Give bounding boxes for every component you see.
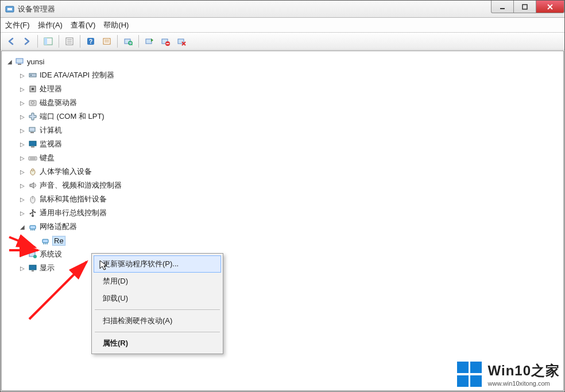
device-manager-window: 设备管理器 文件(F) 操作(A) 查看(V) 帮助(H) ? [0,0,565,392]
help-button[interactable]: ? [84,34,98,48]
context-menu-item-label: 属性(R) [103,339,128,347]
expander-icon[interactable]: ▷ [19,209,26,216]
menu-view[interactable]: 查看(V) [71,20,95,30]
tree-item[interactable]: ▷鼠标和其他指针设备 [19,192,561,206]
toolbar-separator [37,35,38,48]
expander-icon[interactable]: ▷ [19,196,26,203]
svg-rect-38 [31,146,34,148]
back-button[interactable] [4,34,18,48]
expander-icon[interactable]: ▷ [19,182,26,189]
tree-item-label: 监视器 [40,139,62,149]
expander-icon[interactable]: ▷ [19,265,26,271]
tree-item[interactable]: ▷通用串行总线控制器 [19,206,561,220]
svg-rect-29 [29,73,36,77]
menubar: 文件(F) 操作(A) 查看(V) 帮助(H) [1,18,564,33]
tree-item-label: 处理器 [40,84,62,94]
maximize-button[interactable] [513,1,536,13]
window-controls [492,1,564,17]
expander-icon[interactable]: ▷ [19,251,26,258]
titlebar: 设备管理器 [1,1,564,18]
window-title: 设备管理器 [18,4,492,14]
properties-button[interactable] [63,34,76,48]
tree-item-label: 通用串行总线控制器 [40,208,107,218]
device-tree[interactable]: ◢ yunsi ▷IDE ATA/ATAPI 控制器▷处理器▷磁盘驱动器▷端口 … [4,55,561,275]
svg-rect-2 [500,8,505,9]
minimize-button[interactable] [491,1,514,13]
context-menu-disable[interactable]: 禁用(D) [94,273,221,290]
svg-rect-36 [30,132,34,133]
hid-icon [28,167,37,176]
context-menu-properties[interactable]: 属性(R) [94,335,221,352]
expander-icon[interactable]: ▷ [19,72,26,79]
expander-icon[interactable]: ▷ [19,127,26,134]
app-icon [5,5,14,14]
svg-rect-3 [523,5,527,9]
details-button[interactable] [100,34,114,48]
context-menu-scan-hardware[interactable]: 扫描检测硬件改动(A) [94,312,221,329]
device-tree-panel[interactable]: ◢ yunsi ▷IDE ATA/ATAPI 控制器▷处理器▷磁盘驱动器▷端口 … [1,51,564,391]
tree-item[interactable]: ▷计算机 [19,123,561,137]
tree-item-label: 系统设 [40,249,62,259]
update-driver-button[interactable] [142,34,156,48]
expander-icon[interactable]: ▷ [19,168,26,175]
expander-icon[interactable] [32,237,38,244]
expander-icon[interactable]: ▷ [19,99,26,106]
cpu-icon [28,84,37,94]
tree-item[interactable]: ▷人体学输入设备 [19,165,561,178]
menu-action[interactable]: 操作(A) [38,20,63,30]
watermark: Win10之家 www.win10xitong.com [457,362,560,387]
menu-help[interactable]: 帮助(H) [103,20,129,30]
svg-rect-60 [29,265,36,270]
tree-item[interactable]: ◢网络适配器 [19,220,561,234]
forward-button[interactable] [20,34,34,48]
svg-text:?: ? [89,38,92,45]
svg-rect-14 [103,38,110,44]
expander-icon[interactable]: ▷ [19,113,26,120]
tree-item[interactable]: ▷磁盘驱动器 [19,96,561,110]
context-menu-item-label: 卸载(U) [103,294,128,302]
show-console-tree-button[interactable] [41,34,55,48]
tree-item-label: 鼠标和其他指针设备 [40,194,107,204]
tree-item-label: 人体学输入设备 [40,166,92,177]
context-menu-update-driver[interactable]: 更新驱动程序软件(P)... [94,255,221,273]
network-icon [41,236,50,245]
tree-item[interactable]: ▷监视器 [19,137,561,151]
menu-file[interactable]: 文件(F) [5,20,30,30]
svg-rect-39 [29,157,37,160]
context-menu: 更新驱动程序软件(P)... 禁用(D) 卸载(U) 扫描检测硬件改动(A) 属… [91,253,223,354]
svg-rect-27 [16,59,23,63]
windows-logo-icon [457,362,482,387]
tree-item[interactable]: ▷IDE ATA/ATAPI 控制器 [19,68,561,82]
expander-icon[interactable]: ◢ [6,58,13,65]
tree-root-label: yunsi [27,57,44,66]
tree-root[interactable]: ◢ yunsi [6,55,561,68]
svg-point-59 [33,255,37,258]
toolbar-separator [59,35,59,48]
tree-item-label: 声音、视频和游戏控制器 [40,180,122,191]
keyboard-icon [28,153,37,162]
tree-item-label: 计算机 [40,125,62,135]
tree-item[interactable]: Re [32,234,561,247]
tree-item[interactable]: ▷声音、视频和游戏控制器 [19,178,561,192]
tree-item-label: 磁盘驱动器 [40,98,77,108]
expander-icon[interactable]: ▷ [19,154,26,161]
tree-item[interactable]: ▷端口 (COM 和 LPT) [19,110,561,123]
svg-point-46 [32,215,34,217]
uninstall-device-button[interactable] [175,34,188,48]
expander-icon[interactable]: ◢ [19,223,26,230]
disable-device-button[interactable] [158,34,172,48]
close-button[interactable] [536,1,564,13]
expander-icon[interactable]: ▷ [19,141,26,148]
tree-item[interactable]: ▷键盘 [19,151,561,165]
svg-rect-49 [30,213,31,214]
context-menu-uninstall[interactable]: 卸载(U) [94,290,221,307]
disk-icon [28,98,37,107]
usb-icon [28,208,37,218]
scan-hardware-button[interactable] [121,34,135,48]
toolbar: ? [1,33,564,50]
tree-item-label: 显示 [40,263,55,273]
tree-item[interactable]: ▷处理器 [19,82,561,96]
watermark-text: Win10之家 www.win10xitong.com [488,362,560,387]
expander-icon[interactable]: ▷ [19,86,26,92]
svg-rect-32 [32,88,34,90]
